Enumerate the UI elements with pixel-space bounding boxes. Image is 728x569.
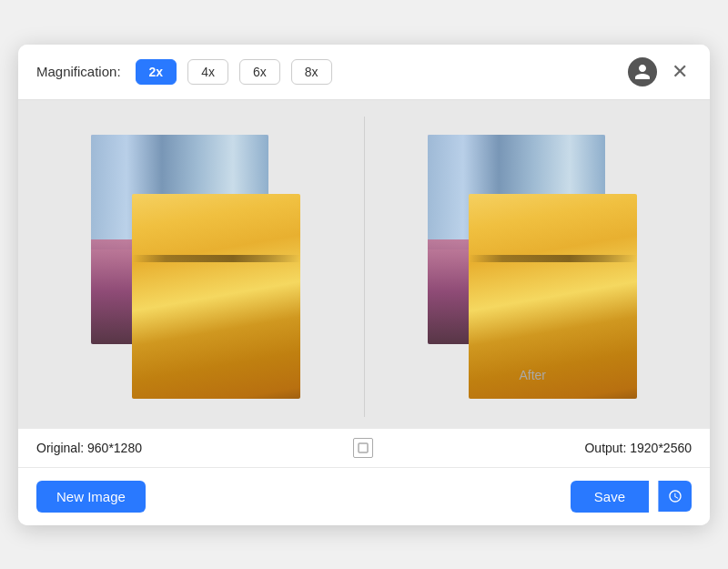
- user-icon: [633, 63, 652, 81]
- image-area: After: [18, 100, 710, 428]
- new-image-button[interactable]: New Image: [36, 481, 146, 513]
- save-button[interactable]: Save: [571, 481, 649, 513]
- original-image-front: [132, 194, 300, 399]
- output-panel: After: [374, 117, 693, 417]
- fullscreen-button[interactable]: [353, 438, 373, 458]
- magnification-4x-button[interactable]: 4x: [187, 59, 228, 85]
- save-history-button[interactable]: [658, 481, 692, 512]
- header: Magnification: 2x 4x 6x 8x ✕: [18, 45, 710, 100]
- golden-image-original: [132, 194, 300, 399]
- dialog: Magnification: 2x 4x 6x 8x ✕: [18, 45, 710, 525]
- output-dimensions: Output: 1920*2560: [584, 441, 692, 455]
- golden-image-output: [469, 194, 637, 399]
- output-image-stack: [428, 135, 637, 399]
- clock-icon: [668, 489, 682, 503]
- original-panel: [36, 117, 355, 417]
- status-bar: Original: 960*1280 Output: 1920*2560: [18, 428, 710, 468]
- magnification-8x-button[interactable]: 8x: [291, 59, 332, 85]
- magnification-2x-button[interactable]: 2x: [136, 59, 177, 85]
- svg-rect-0: [359, 443, 368, 452]
- original-image-stack: [91, 135, 300, 399]
- magnification-6x-button[interactable]: 6x: [239, 59, 280, 85]
- after-label: After: [519, 368, 546, 382]
- close-button[interactable]: ✕: [668, 60, 692, 84]
- fullscreen-icon: [358, 442, 369, 453]
- magnification-label: Magnification:: [36, 64, 121, 79]
- original-dimensions: Original: 960*1280: [36, 441, 142, 455]
- output-image-front: [469, 194, 637, 399]
- footer: New Image Save: [18, 468, 710, 525]
- panel-divider: [364, 117, 365, 417]
- avatar[interactable]: [628, 57, 657, 86]
